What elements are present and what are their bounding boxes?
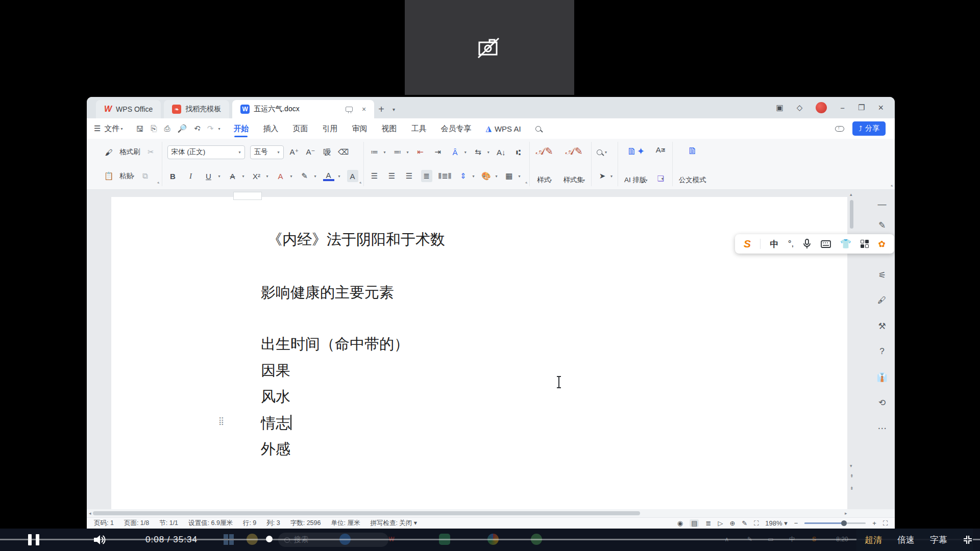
- menu-wps-ai[interactable]: ◮ WPS AI: [478, 118, 528, 139]
- close-button[interactable]: ×: [878, 103, 884, 113]
- style-button[interactable]: 样式▾: [537, 176, 552, 185]
- zoom-slider[interactable]: [804, 522, 866, 524]
- fullscreen-icon[interactable]: ⛶: [883, 519, 888, 528]
- zoom-out-icon[interactable]: −: [794, 519, 798, 527]
- quickbar-chevron[interactable]: ▾: [218, 127, 220, 131]
- menu-member[interactable]: 会员专享: [433, 118, 478, 139]
- paragraph-drag-handle-icon[interactable]: ⣿: [218, 416, 225, 425]
- bullet-list-icon[interactable]: ≔: [369, 146, 380, 158]
- present-monitor-icon[interactable]: [346, 107, 353, 112]
- line-spacing-icon[interactable]: ⇕: [457, 170, 469, 182]
- status-pages[interactable]: 页面: 1/8: [124, 519, 149, 528]
- scroll-right-icon[interactable]: ▸: [845, 511, 847, 516]
- page-view-icon[interactable]: ▤: [690, 519, 699, 527]
- workspace-cube-icon[interactable]: ◇: [797, 103, 803, 112]
- distribute-icon[interactable]: ⦀≣⦀: [438, 170, 452, 182]
- export-icon[interactable]: ⎘: [151, 124, 157, 133]
- ime-emoji-icon[interactable]: ✿: [878, 239, 886, 249]
- superscript-button[interactable]: X²: [251, 170, 262, 182]
- arrange-objects-icon[interactable]: ❏▾: [655, 172, 666, 185]
- exit-fullscreen-icon[interactable]: [963, 535, 973, 545]
- next-page-icon[interactable]: ⇟: [850, 486, 854, 491]
- subtitle-button[interactable]: 字幕: [930, 534, 947, 546]
- rail-edit-pen-icon[interactable]: ✎: [872, 216, 892, 234]
- format-painter-icon[interactable]: 🖌: [103, 146, 114, 158]
- tab-list-chevron[interactable]: ▾: [388, 100, 399, 118]
- clear-format-icon[interactable]: ⌫: [338, 146, 349, 158]
- prev-page-icon[interactable]: ⇞: [850, 473, 854, 479]
- rail-skin-icon[interactable]: 👔: [872, 368, 892, 386]
- menu-reference[interactable]: 引用: [315, 118, 345, 139]
- rail-collapse-icon[interactable]: —: [872, 196, 892, 213]
- restore-button[interactable]: ❐: [858, 103, 865, 112]
- pause-button[interactable]: [28, 534, 39, 545]
- scroll-down-icon[interactable]: ▾: [850, 463, 852, 468]
- zoom-level[interactable]: 198% ▾: [765, 519, 787, 527]
- tab-wps-home[interactable]: W WPS Office: [96, 100, 161, 118]
- char-scale-icon[interactable]: Ȃ: [450, 146, 461, 158]
- menu-view[interactable]: 视图: [374, 118, 404, 139]
- horizontal-scrollbar[interactable]: ◂ ▸: [87, 509, 895, 517]
- hscroll-thumb[interactable]: [93, 511, 640, 515]
- border-icon[interactable]: ▦: [503, 170, 514, 182]
- wordart-button[interactable]: A: [275, 170, 286, 182]
- align-right-icon[interactable]: ☰: [404, 170, 415, 182]
- video-playhead[interactable]: [266, 536, 273, 542]
- menu-review[interactable]: 审阅: [345, 118, 374, 139]
- shading-icon[interactable]: 🎨: [480, 170, 492, 182]
- increase-indent-icon[interactable]: ⇥: [432, 146, 444, 158]
- fit-page-icon[interactable]: ⛶: [754, 519, 758, 528]
- show-marks-icon[interactable]: ⑆: [513, 146, 524, 158]
- print-icon[interactable]: ⎙: [164, 124, 170, 133]
- web-view-icon[interactable]: ⊕: [729, 519, 735, 527]
- select-cursor-icon[interactable]: ➤: [597, 170, 608, 182]
- print-preview-icon[interactable]: 🔎: [178, 124, 187, 133]
- strikethrough-button[interactable]: A: [227, 170, 238, 182]
- justify-icon[interactable]: ≣: [421, 170, 432, 182]
- scroll-left-icon[interactable]: ◂: [89, 511, 91, 516]
- annotate-pen-icon[interactable]: ✎: [742, 519, 747, 527]
- status-spellcheck[interactable]: 拼写检查: 关闭 ▾: [370, 519, 417, 528]
- redo-icon[interactable]: ↷: [207, 124, 214, 133]
- document-area[interactable]: 《内经》法于阴阳和于术数 影响健康的主要元素 出生时间（命中带的） 因果 风水 …: [87, 190, 895, 509]
- char-shading-button[interactable]: A: [347, 170, 358, 182]
- rail-more-icon[interactable]: ⋯: [872, 419, 892, 437]
- underline-button[interactable]: U: [203, 170, 214, 182]
- menu-search-icon[interactable]: [528, 118, 548, 139]
- find-icon[interactable]: [597, 149, 602, 155]
- avatar[interactable]: [816, 102, 827, 113]
- format-painter-button[interactable]: 格式刷: [119, 147, 140, 157]
- numbered-list-icon[interactable]: ≕: [392, 146, 403, 158]
- font-color-button[interactable]: A: [323, 171, 334, 181]
- font-name-select[interactable]: 宋体 (正文)▾: [167, 145, 245, 159]
- ai-layout-button[interactable]: AI 排版▾: [624, 176, 648, 185]
- tab-document-active[interactable]: W 五运六气.docx ×: [232, 100, 374, 118]
- tab-close-icon[interactable]: ×: [362, 105, 366, 113]
- highlight-pen-icon[interactable]: ✎: [299, 170, 310, 182]
- bold-button[interactable]: B: [167, 170, 179, 182]
- menu-insert[interactable]: 插入: [256, 118, 285, 139]
- text-tool-icon[interactable]: A≡▾: [655, 143, 666, 156]
- cut-icon[interactable]: ✂: [145, 146, 157, 158]
- volume-icon[interactable]: [93, 534, 107, 545]
- ime-mic-icon[interactable]: [803, 239, 811, 249]
- read-mode-icon[interactable]: ▷: [718, 519, 723, 527]
- undo-icon[interactable]: ↶▾: [194, 124, 200, 133]
- italic-button[interactable]: I: [185, 170, 197, 182]
- menu-page[interactable]: 页面: [285, 118, 315, 139]
- sogou-logo-icon[interactable]: S: [744, 238, 751, 250]
- style-set-button[interactable]: 样式集▾: [564, 176, 585, 185]
- status-wordcount[interactable]: 字数: 2596: [290, 519, 321, 528]
- minimize-button[interactable]: −: [840, 104, 845, 112]
- cloud-upload-icon[interactable]: [835, 126, 844, 132]
- menu-tools[interactable]: 工具: [404, 118, 433, 139]
- vscroll-thumb[interactable]: [850, 200, 853, 229]
- official-doc-button[interactable]: 公文模式: [679, 176, 706, 185]
- rail-sign-icon[interactable]: 🖋: [872, 292, 892, 309]
- speed-button[interactable]: 倍速: [897, 534, 915, 546]
- eye-protect-icon[interactable]: ◉: [677, 519, 683, 527]
- ime-keyboard-icon[interactable]: [821, 240, 831, 248]
- zoom-in-icon[interactable]: +: [872, 519, 876, 527]
- align-left-icon[interactable]: ☰: [369, 170, 380, 182]
- outline-view-icon[interactable]: ≣: [705, 519, 711, 527]
